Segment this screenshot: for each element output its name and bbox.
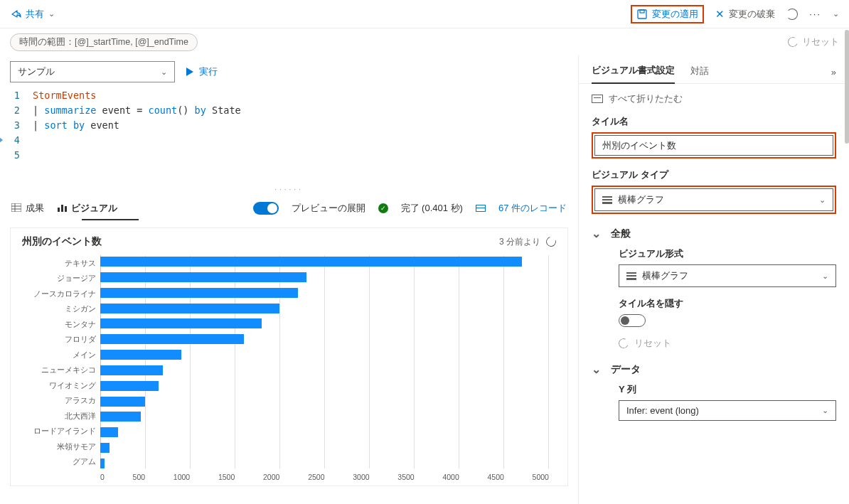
time-range-label: 時間の範囲：[@]_startTime, [@]_endTime bbox=[19, 37, 188, 47]
chart-icon bbox=[57, 203, 67, 214]
bar-chart-icon bbox=[626, 272, 636, 280]
tab-results[interactable]: 成果 bbox=[11, 202, 44, 215]
tab-visual-settings[interactable]: ビジュアル書式設定 bbox=[592, 64, 675, 84]
status-label: 完了 (0.401 秒) bbox=[401, 202, 463, 215]
scope-select[interactable]: サンプル ⌄ bbox=[10, 61, 175, 82]
scope-label: サンプル bbox=[18, 65, 55, 78]
chevron-down-icon: ⌄ bbox=[822, 272, 828, 281]
tab-visual[interactable]: ビジュアル bbox=[57, 202, 117, 215]
refresh-icon[interactable] bbox=[786, 9, 798, 20]
table-icon bbox=[11, 203, 21, 214]
section-general[interactable]: ⌄ 全般 bbox=[592, 227, 836, 240]
collapse-icon bbox=[592, 95, 603, 103]
chart-y-labels: テキサスジョージアノースカロライナミシガンモンタナフロリダメインニューメキシコワ… bbox=[22, 255, 100, 481]
chevron-down-icon: ⌄ bbox=[48, 9, 55, 18]
visual-type-select[interactable]: 横棒グラフ ⌄ bbox=[594, 188, 833, 211]
code-editor[interactable]: 12345 StormEvents | summarize event = co… bbox=[0, 88, 578, 188]
visual-format-label: ビジュアル形式 bbox=[619, 247, 836, 260]
hide-tile-name-toggle[interactable] bbox=[619, 314, 646, 327]
tile-updated: 3 分前より bbox=[499, 236, 540, 248]
bar-chart-icon bbox=[602, 196, 612, 204]
reset-icon bbox=[617, 337, 630, 350]
tile-name-input[interactable] bbox=[594, 135, 833, 156]
play-icon bbox=[186, 68, 193, 76]
discard-changes-label: 変更の破棄 bbox=[729, 8, 775, 21]
line-gutter: 12345 bbox=[3, 88, 33, 188]
visual-format-value: 横棒グラフ bbox=[642, 269, 688, 282]
svg-rect-8 bbox=[65, 206, 67, 212]
preview-toggle[interactable] bbox=[253, 202, 279, 215]
chevron-down-icon: ⌄ bbox=[822, 406, 828, 415]
visual-type-label: ビジュアル タイプ bbox=[592, 168, 836, 181]
chart-x-axis: 0500100015002000250030003500400045005000 bbox=[100, 473, 549, 481]
records-icon bbox=[476, 205, 486, 212]
chevron-down-icon[interactable]: ⌄ bbox=[833, 9, 839, 18]
close-icon: ✕ bbox=[715, 8, 725, 21]
chart-tile: 州別のイベント数 3 分前より テキサスジョージアノースカロライナミシガンモンタ… bbox=[10, 227, 568, 486]
reset-icon bbox=[786, 36, 799, 48]
reset-button[interactable]: リセット bbox=[788, 36, 839, 48]
chevron-down-icon: ⌄ bbox=[819, 195, 826, 205]
svg-rect-6 bbox=[58, 208, 60, 212]
code-token: StormEvents bbox=[33, 90, 96, 101]
run-button[interactable]: 実行 bbox=[186, 65, 218, 78]
preview-label: プレビューの展開 bbox=[292, 202, 365, 215]
tab-chat[interactable]: 対話 bbox=[690, 65, 709, 83]
discard-changes-button[interactable]: ✕ 変更の破棄 bbox=[715, 8, 775, 21]
share-button[interactable]: 共有 ⌄ bbox=[10, 8, 55, 21]
share-label: 共有 bbox=[26, 8, 44, 21]
svg-rect-7 bbox=[61, 205, 63, 212]
visual-format-select[interactable]: 横棒グラフ ⌄ bbox=[619, 264, 836, 287]
resize-grip[interactable]: ······ bbox=[0, 188, 578, 195]
reset-label: リセット bbox=[802, 36, 839, 48]
apply-changes-label: 変更の適用 bbox=[652, 8, 698, 21]
hide-tile-name-label: タイル名を隠す bbox=[619, 297, 836, 310]
status-ok-icon: ✓ bbox=[378, 203, 388, 213]
more-menu[interactable]: ··· bbox=[809, 9, 821, 19]
tab-results-label: 成果 bbox=[26, 202, 44, 215]
time-range-pill[interactable]: 時間の範囲：[@]_startTime, [@]_endTime bbox=[10, 33, 198, 51]
scrollbar-thumb[interactable] bbox=[845, 30, 849, 144]
y-col-value: Infer: event (long) bbox=[626, 405, 699, 416]
visual-type-value: 横棒グラフ bbox=[618, 193, 664, 206]
tile-name-label: タイル名 bbox=[592, 115, 836, 128]
refresh-icon[interactable] bbox=[544, 235, 557, 248]
collapse-all-button[interactable]: すべて折りたたむ bbox=[592, 92, 836, 105]
reset-link[interactable]: リセット bbox=[619, 337, 836, 350]
apply-changes-button[interactable]: 変更の適用 bbox=[636, 8, 698, 21]
collapse-all-label: すべて折りたたむ bbox=[609, 92, 683, 105]
run-label: 実行 bbox=[199, 65, 218, 78]
svg-rect-0 bbox=[638, 10, 646, 18]
svg-rect-2 bbox=[11, 203, 21, 212]
section-data[interactable]: ⌄ データ bbox=[592, 363, 836, 376]
reset-label: リセット bbox=[634, 337, 671, 350]
chart-bars bbox=[100, 257, 549, 468]
section-general-label: 全般 bbox=[611, 227, 631, 240]
tab-visual-label: ビジュアル bbox=[71, 202, 117, 215]
section-data-label: データ bbox=[611, 363, 641, 376]
chevron-down-icon: ⌄ bbox=[592, 363, 601, 376]
tile-title: 州別のイベント数 bbox=[22, 235, 102, 248]
records-label[interactable]: 67 件のレコード bbox=[498, 202, 567, 215]
y-col-select[interactable]: Infer: event (long) ⌄ bbox=[619, 400, 836, 421]
y-col-label: Y 列 bbox=[619, 383, 836, 396]
chevron-down-icon: ⌄ bbox=[161, 68, 167, 77]
chevron-down-icon: ⌄ bbox=[592, 227, 601, 240]
collapse-panel-icon[interactable]: » bbox=[831, 67, 836, 83]
